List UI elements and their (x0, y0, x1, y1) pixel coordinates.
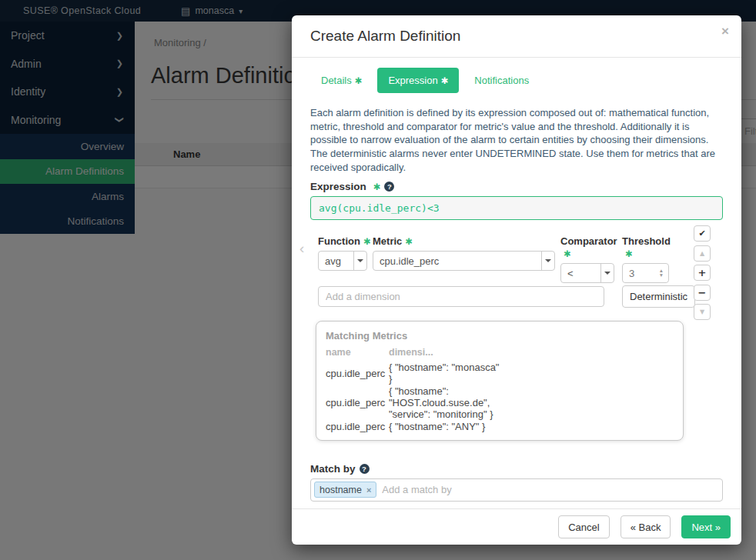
confirm-row-button[interactable]: ✔ (694, 225, 711, 242)
function-select[interactable]: avg (318, 251, 367, 271)
deterministic-toggle[interactable]: Deterministic (622, 285, 695, 308)
caret-down-icon (600, 264, 614, 282)
function-label: Function✱ (318, 235, 371, 248)
move-down-button[interactable]: ▼ (694, 304, 711, 320)
comparator-select[interactable]: < (560, 263, 614, 283)
collapse-chevron-icon: ‹ (299, 240, 304, 257)
expression-builder: ‹ Function✱ avg Metric✱ cpu.idle_perc (310, 235, 723, 309)
comparator-column: Comparator ✱ < (560, 235, 627, 283)
modal-title: Create Alarm Definition (310, 28, 460, 45)
metric-row[interactable]: cpu.idle_perc { "hostname": "ANY" } (326, 421, 501, 434)
required-icon: ✱ (405, 236, 413, 247)
row-action-buttons: ✔ ▲ + − ▼ (694, 225, 711, 320)
comparator-label: Comparator ✱ (560, 235, 627, 260)
match-by-label: Match by (310, 463, 356, 475)
threshold-input[interactable]: 3 ▴ ▾ (622, 263, 669, 283)
triangle-down-icon: ▼ (700, 308, 704, 315)
modal-footer: Cancel « Back Next » (292, 508, 741, 545)
metric-name: cpu.idle_perc (326, 385, 389, 421)
minus-icon: − (698, 287, 707, 298)
tag-label: hostname (319, 485, 362, 495)
tab-label: Expression (388, 75, 437, 86)
metric-dimensions: { "hostname": "HOST.cloud.suse.de", "ser… (389, 385, 501, 421)
tab-details[interactable]: Details✱ (310, 68, 373, 93)
modal-header: Create Alarm Definition × (292, 15, 741, 58)
threshold-spinner[interactable]: ▴ ▾ (654, 264, 668, 282)
deterministic-label: Deterministic (630, 291, 687, 302)
required-icon: ✱ (373, 182, 381, 192)
required-icon: ✱ (441, 75, 449, 86)
back-button[interactable]: « Back (621, 515, 671, 538)
tag-remove-icon[interactable]: × (366, 485, 371, 495)
match-by-label-row: Match by ? (310, 463, 723, 475)
expression-label: Expression (310, 181, 366, 192)
check-icon: ✔ (698, 228, 705, 238)
required-icon: ✱ (564, 248, 627, 260)
metrics-dimensions-header: dimensi... (389, 347, 501, 362)
expression-label-row: Expression ✱ ? (310, 181, 723, 192)
match-by-section: Match by ? hostname × (310, 463, 723, 502)
tab-notifications[interactable]: Notifications (463, 68, 540, 93)
metric-name: cpu.idle_perc (326, 421, 389, 434)
caret-down-icon (353, 252, 366, 270)
help-icon[interactable]: ? (360, 464, 370, 474)
caret-down-icon (541, 252, 554, 270)
expression-description: Each alarm definition is defined by its … (310, 106, 723, 174)
required-icon: ✱ (625, 248, 676, 260)
match-by-tag: hostname × (314, 482, 376, 498)
wizard-tabs: Details✱ Expression✱ Notifications (310, 68, 723, 93)
threshold-label: Threshold ✱ (622, 235, 676, 260)
plus-icon: + (698, 267, 707, 278)
metric-name: cpu.idle_perc (326, 362, 389, 385)
help-icon[interactable]: ? (384, 182, 394, 192)
metric-column: Metric✱ cpu.idle_perc (373, 235, 555, 271)
metric-dimensions: { "hostname": "ANY" } (389, 421, 501, 434)
metric-dimensions: { "hostname": "monasca" } (389, 362, 501, 385)
metric-row[interactable]: cpu.idle_perc { "hostname": "HOST.cloud.… (326, 385, 501, 421)
modal-body: Details✱ Expression✱ Notifications Each … (292, 58, 741, 502)
remove-row-button[interactable]: − (694, 285, 711, 301)
match-by-input-wrapper[interactable]: hostname × (310, 478, 723, 502)
metric-value: cpu.idle_perc (373, 252, 541, 270)
spin-down-icon: ▾ (660, 273, 663, 278)
add-row-button[interactable]: + (694, 265, 711, 281)
cancel-button[interactable]: Cancel (558, 515, 609, 538)
expression-input[interactable]: avg(cpu.idle_perc)<3 (310, 196, 723, 220)
threshold-value: 3 (623, 264, 654, 282)
dimension-input[interactable] (318, 286, 604, 307)
tab-label: Details (321, 75, 352, 86)
matching-metrics-title: Matching Metrics (326, 330, 674, 342)
required-icon: ✱ (363, 236, 371, 247)
threshold-column: Threshold ✱ 3 ▴ ▾ (622, 235, 676, 283)
comparator-value: < (561, 264, 600, 282)
function-column: Function✱ avg (318, 235, 371, 271)
metrics-name-header: name (326, 347, 389, 362)
matching-metrics-panel: Matching Metrics name dimensi... cpu.idl… (316, 321, 684, 440)
metric-row[interactable]: cpu.idle_perc { "hostname": "monasca" } (326, 362, 501, 385)
function-value: avg (319, 252, 353, 270)
metric-label: Metric✱ (373, 235, 555, 248)
matching-metrics-table: name dimensi... cpu.idle_perc { "hostnam… (326, 347, 501, 433)
match-by-input[interactable] (376, 484, 719, 495)
tab-label: Notifications (474, 75, 529, 86)
next-button[interactable]: Next » (681, 515, 731, 538)
triangle-up-icon: ▲ (700, 250, 704, 257)
move-up-button[interactable]: ▲ (694, 245, 711, 262)
close-icon[interactable]: × (721, 24, 729, 39)
required-icon: ✱ (355, 75, 363, 86)
create-alarm-definition-modal: Create Alarm Definition × Details✱ Expre… (292, 15, 741, 545)
metric-select[interactable]: cpu.idle_perc (373, 251, 555, 271)
tab-expression[interactable]: Expression✱ (377, 68, 459, 93)
